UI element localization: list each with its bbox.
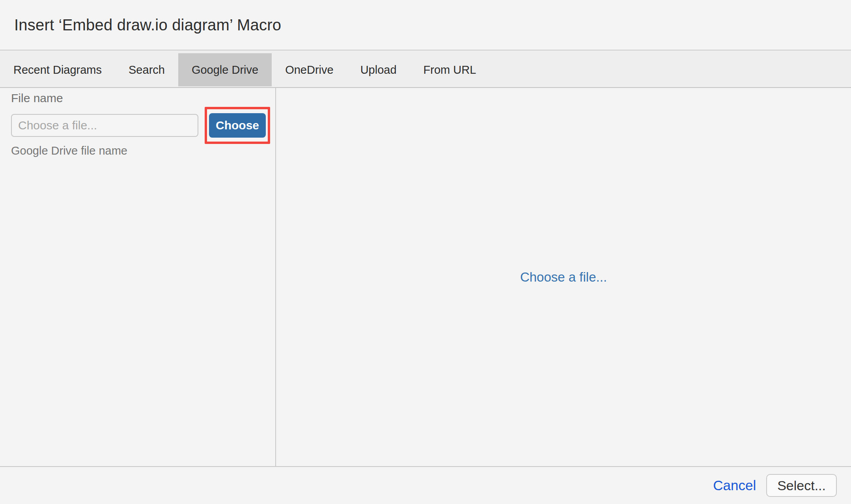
tab-search[interactable]: Search [115,53,178,86]
tab-google-drive[interactable]: Google Drive [178,53,272,86]
dialog-content: File name Choose Google Drive file name … [0,88,851,466]
google-drive-file-name-helper: Google Drive file name [11,144,275,157]
dialog-title: Insert ‘Embed draw.io diagram’ Macro [14,16,281,34]
file-name-label: File name [11,92,275,104]
dialog-header: Insert ‘Embed draw.io diagram’ Macro [0,0,851,50]
preview-panel: Choose a file... [276,88,851,466]
insert-macro-dialog: Insert ‘Embed draw.io diagram’ Macro Rec… [0,0,851,504]
choose-button-highlight: Choose [205,107,270,144]
choose-a-file-link[interactable]: Choose a file... [520,270,607,285]
file-picker-panel: File name Choose Google Drive file name [0,88,276,466]
tab-onedrive[interactable]: OneDrive [272,53,347,86]
tab-from-url[interactable]: From URL [410,53,490,86]
cancel-button[interactable]: Cancel [713,478,756,493]
tab-upload[interactable]: Upload [347,53,410,86]
source-tabbar: Recent Diagrams Search Google Drive OneD… [0,50,851,88]
dialog-footer: Cancel Select... [0,466,851,504]
file-name-input[interactable] [11,114,198,137]
tab-recent-diagrams[interactable]: Recent Diagrams [0,53,115,86]
choose-button[interactable]: Choose [209,113,266,138]
select-button[interactable]: Select... [766,474,837,497]
file-name-row: Choose [11,107,275,144]
